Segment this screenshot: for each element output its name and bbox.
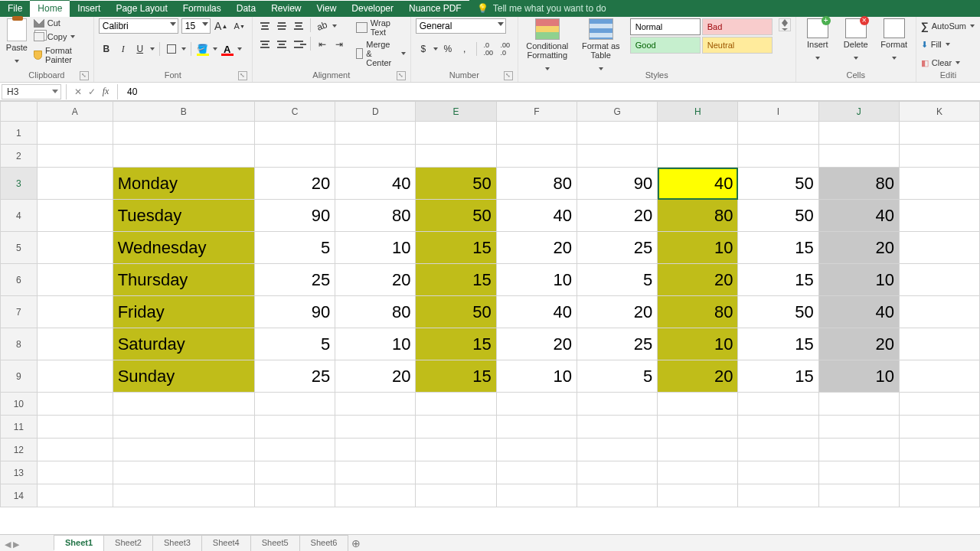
cell-K12[interactable]: [899, 439, 979, 461]
cell-K13[interactable]: [899, 461, 979, 484]
cell-A4[interactable]: [37, 200, 113, 232]
merge-center-button[interactable]: Merge & Center: [356, 40, 406, 67]
cell-E7[interactable]: 50: [416, 296, 496, 328]
col-header-k[interactable]: K: [899, 102, 979, 122]
align-top-button[interactable]: [257, 18, 273, 34]
cell-F10[interactable]: [496, 393, 577, 416]
cell-C10[interactable]: [255, 393, 335, 416]
cell-K8[interactable]: [899, 328, 979, 360]
cell-E4[interactable]: 50: [416, 200, 496, 232]
cell-J12[interactable]: [818, 439, 899, 461]
cell-G2[interactable]: [577, 145, 657, 168]
cell-H6[interactable]: 20: [658, 264, 738, 296]
cell-B11[interactable]: [113, 416, 254, 439]
percent-button[interactable]: %: [440, 41, 456, 57]
cell-I2[interactable]: [738, 145, 818, 168]
cell-A7[interactable]: [37, 296, 113, 328]
font-name-combo[interactable]: Calibri: [99, 18, 178, 34]
insert-dropdown[interactable]: [815, 51, 821, 66]
row-header-1[interactable]: 1: [1, 122, 38, 145]
cell-F6[interactable]: 10: [496, 264, 577, 296]
cell-J13[interactable]: [818, 461, 899, 484]
cell-E11[interactable]: [416, 416, 496, 439]
cell-B8[interactable]: Saturday: [113, 328, 254, 360]
cell-D12[interactable]: [335, 439, 416, 461]
currency-dropdown[interactable]: [433, 41, 439, 57]
borders-button[interactable]: [164, 41, 179, 57]
delete-dropdown[interactable]: [853, 51, 859, 66]
row-header-2[interactable]: 2: [1, 145, 38, 168]
cell-J7[interactable]: 40: [818, 296, 899, 328]
comma-button[interactable]: ,: [457, 41, 472, 57]
cell-G10[interactable]: [577, 393, 657, 416]
format-button[interactable]: Format: [877, 18, 911, 66]
cell-K11[interactable]: [899, 416, 979, 439]
cell-A1[interactable]: [37, 122, 113, 145]
cell-A10[interactable]: [37, 393, 113, 416]
cell-F12[interactable]: [496, 439, 577, 461]
cell-B14[interactable]: [113, 484, 254, 507]
cell-J10[interactable]: [818, 393, 899, 416]
cell-J14[interactable]: [818, 484, 899, 507]
cell-E3[interactable]: 50: [416, 168, 496, 200]
cell-G4[interactable]: 20: [577, 200, 657, 232]
cell-D1[interactable]: [335, 122, 416, 145]
cell-D7[interactable]: 80: [335, 296, 416, 328]
fill-button[interactable]: ⬇Fill: [921, 37, 975, 52]
autosum-button[interactable]: ∑AutoSum: [921, 18, 975, 34]
row-header-4[interactable]: 4: [1, 200, 38, 232]
style-normal[interactable]: Normal: [630, 18, 701, 35]
cell-F8[interactable]: 20: [496, 328, 577, 360]
format-as-table-button[interactable]: Format as Table: [577, 18, 626, 77]
cell-K2[interactable]: [899, 145, 979, 168]
cell-E14[interactable]: [416, 484, 496, 507]
cell-G5[interactable]: 25: [577, 232, 657, 264]
cell-H5[interactable]: 10: [658, 232, 738, 264]
cell-B9[interactable]: Sunday: [113, 360, 254, 393]
col-header-j[interactable]: J: [818, 102, 899, 122]
cell-D4[interactable]: 80: [335, 200, 416, 232]
col-header-c[interactable]: C: [255, 102, 335, 122]
cell-E8[interactable]: 15: [416, 328, 496, 360]
cell-A6[interactable]: [37, 264, 113, 296]
align-right-button[interactable]: [291, 37, 306, 52]
cell-J2[interactable]: [818, 145, 899, 168]
col-header-h[interactable]: H: [658, 102, 738, 122]
row-header-12[interactable]: 12: [1, 439, 38, 461]
col-header-b[interactable]: B: [113, 102, 254, 122]
tab-file[interactable]: File: [0, 1, 30, 17]
col-header-a[interactable]: A: [37, 102, 113, 122]
sheet-tab-sheet5[interactable]: Sheet5: [250, 535, 300, 551]
row-header-6[interactable]: 6: [1, 264, 38, 296]
col-header-f[interactable]: F: [496, 102, 577, 122]
cell-D3[interactable]: 40: [335, 168, 416, 200]
cell-H1[interactable]: [658, 122, 738, 145]
bold-button[interactable]: B: [99, 41, 114, 57]
row-header-5[interactable]: 5: [1, 232, 38, 264]
cell-F14[interactable]: [496, 484, 577, 507]
cell-E12[interactable]: [416, 439, 496, 461]
cell-D8[interactable]: 10: [335, 328, 416, 360]
row-header-11[interactable]: 11: [1, 416, 38, 439]
new-sheet-button[interactable]: ⊕: [348, 536, 364, 551]
col-header-d[interactable]: D: [335, 102, 416, 122]
cell-A13[interactable]: [37, 461, 113, 484]
row-header-7[interactable]: 7: [1, 296, 38, 328]
row-header-8[interactable]: 8: [1, 328, 38, 360]
sheet-nav[interactable]: ◀ ▶: [5, 540, 19, 549]
fill-color-button[interactable]: 🪣: [195, 41, 211, 57]
tab-home[interactable]: Home: [30, 0, 70, 17]
cell-B13[interactable]: [113, 461, 254, 484]
cell-B2[interactable]: [113, 145, 254, 168]
row-header-13[interactable]: 13: [1, 461, 38, 484]
cell-A5[interactable]: [37, 232, 113, 264]
tab-nuance-pdf[interactable]: Nuance PDF: [401, 1, 469, 17]
paste-button[interactable]: Paste: [5, 18, 29, 69]
cell-G3[interactable]: 90: [577, 168, 657, 200]
cell-E13[interactable]: [416, 461, 496, 484]
clipboard-launcher-icon[interactable]: ⤡: [80, 71, 89, 80]
cell-H12[interactable]: [658, 439, 738, 461]
cell-F4[interactable]: 40: [496, 200, 577, 232]
cell-H3[interactable]: 40: [658, 168, 738, 200]
grow-font-button[interactable]: A▲: [214, 18, 229, 34]
